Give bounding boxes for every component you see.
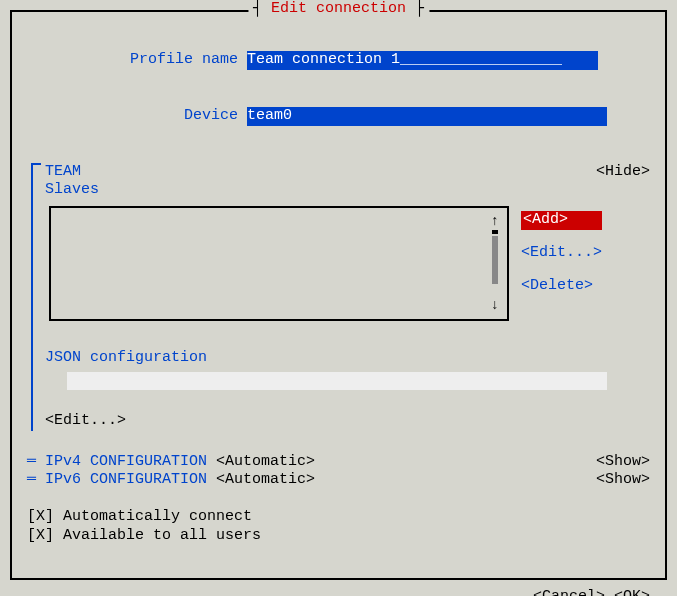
- hide-button[interactable]: <Hide>: [596, 163, 650, 182]
- team-section-border: [31, 165, 33, 431]
- scroll-thumb-cap: [492, 230, 498, 234]
- profile-name-input[interactable]: Team connection 1__________________: [247, 51, 598, 70]
- ipv6-mode-select[interactable]: <Automatic>: [216, 471, 315, 488]
- ok-button[interactable]: <OK>: [614, 588, 650, 596]
- ipv4-mode-select[interactable]: <Automatic>: [216, 453, 315, 470]
- checkbox-section: [X] Automatically connect [X] Available …: [27, 508, 650, 546]
- json-config-label: JSON configuration: [45, 349, 650, 368]
- ipv6-row: ═ IPv6 CONFIGURATION <Automatic> <Show>: [27, 471, 650, 490]
- slaves-label: Slaves: [45, 181, 650, 200]
- edit-json-button[interactable]: <Edit...>: [45, 412, 650, 431]
- add-button[interactable]: <Add>: [521, 211, 602, 230]
- device-input[interactable]: team0: [247, 107, 607, 126]
- edit-slave-button[interactable]: <Edit...>: [521, 244, 602, 263]
- slaves-buttons: <Add> <Edit...> <Delete>: [521, 211, 602, 295]
- cancel-button[interactable]: <Cancel>: [533, 588, 605, 596]
- delete-slave-button[interactable]: <Delete>: [521, 277, 602, 296]
- slaves-list[interactable]: ↑ ↓: [49, 206, 509, 321]
- team-section: TEAM <Hide> Slaves ↑ ↓ <Add> <Edit...> <…: [27, 163, 650, 431]
- ipv6-show-button[interactable]: <Show>: [596, 471, 650, 490]
- json-config-input[interactable]: [67, 372, 607, 390]
- dialog-buttons: <Cancel> <OK>: [27, 570, 650, 597]
- dialog-title: Edit connection: [271, 0, 406, 17]
- scroll-track[interactable]: [492, 236, 498, 284]
- device-row: Device team0: [27, 88, 650, 144]
- all-users-checkbox[interactable]: [X] Available to all users: [27, 527, 650, 546]
- ipv6-marker: ═: [27, 471, 36, 488]
- profile-row: Profile name Team connection 1__________…: [27, 32, 650, 88]
- ipv4-label: IPv4 CONFIGURATION: [45, 453, 207, 470]
- title-bracket-open: ┤: [253, 0, 271, 17]
- device-label: Device: [63, 107, 238, 126]
- dialog-frame: ┤ Edit connection ├ Profile name Team co…: [10, 10, 667, 580]
- ipv4-show-button[interactable]: <Show>: [596, 453, 650, 472]
- dialog-title-bar: ┤ Edit connection ├: [248, 0, 429, 19]
- scroll-up-icon[interactable]: ↑: [491, 213, 499, 231]
- ipv4-marker: ═: [27, 453, 36, 470]
- ipv4-row: ═ IPv4 CONFIGURATION <Automatic> <Show>: [27, 453, 650, 472]
- auto-connect-checkbox[interactable]: [X] Automatically connect: [27, 508, 650, 527]
- title-bracket-close: ├: [406, 0, 424, 17]
- scroll-down-icon[interactable]: ↓: [491, 297, 499, 315]
- ipv6-label: IPv6 CONFIGURATION: [45, 471, 207, 488]
- ip-config-section: ═ IPv4 CONFIGURATION <Automatic> <Show> …: [27, 453, 650, 491]
- team-heading: TEAM: [45, 163, 81, 182]
- profile-label: Profile name: [63, 51, 238, 70]
